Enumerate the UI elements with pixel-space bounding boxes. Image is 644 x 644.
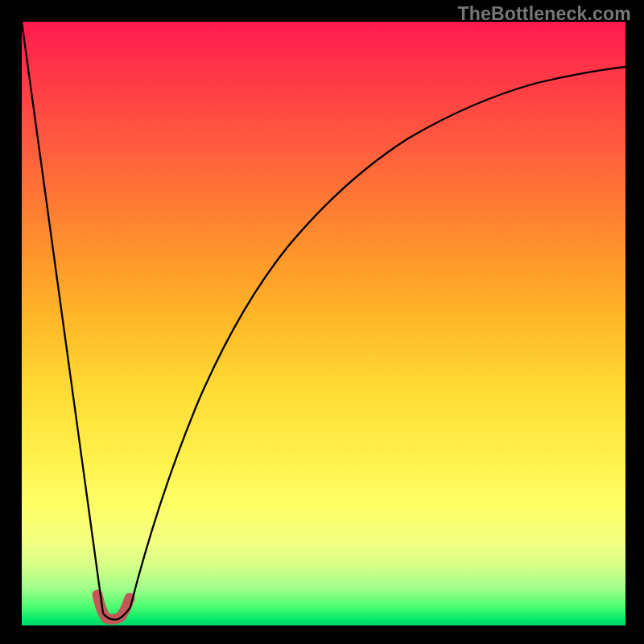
plot-area: [22, 22, 625, 625]
curve-right-branch: [130, 67, 625, 607]
curve-left-branch: [22, 22, 103, 613]
bottleneck-curve: [22, 22, 625, 625]
chart-frame: TheBottleneck.com: [0, 0, 644, 644]
